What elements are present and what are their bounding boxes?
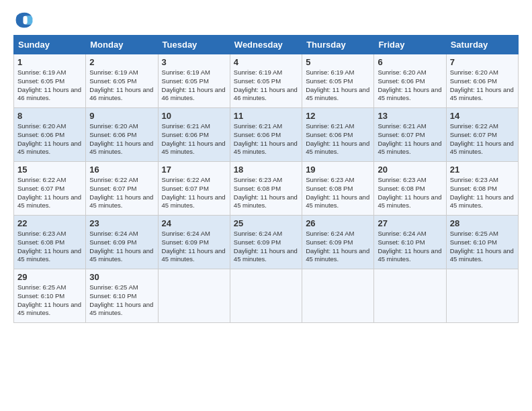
- day-info: Sunrise: 6:24 AMSunset: 6:09 PMDaylight:…: [306, 230, 370, 264]
- calendar-cell: 16Sunrise: 6:22 AMSunset: 6:07 PMDayligh…: [86, 162, 158, 216]
- day-info: Sunrise: 6:19 AMSunset: 6:05 PMDaylight:…: [89, 68, 154, 103]
- day-number: 29: [17, 272, 82, 282]
- day-info: Sunrise: 6:22 AMSunset: 6:07 PMDaylight:…: [450, 122, 515, 156]
- day-number: 24: [162, 218, 226, 228]
- day-info: Sunrise: 6:22 AMSunset: 6:07 PMDaylight:…: [17, 176, 82, 210]
- calendar-cell: 11Sunrise: 6:21 AMSunset: 6:06 PMDayligh…: [230, 108, 302, 162]
- day-info: Sunrise: 6:23 AMSunset: 6:08 PMDaylight:…: [450, 176, 515, 210]
- calendar-cell: 19Sunrise: 6:23 AMSunset: 6:08 PMDayligh…: [302, 162, 374, 216]
- day-info: Sunrise: 6:20 AMSunset: 6:06 PMDaylight:…: [89, 122, 154, 156]
- day-number: 25: [234, 218, 298, 228]
- day-number: 5: [306, 57, 370, 67]
- calendar-cell: 18Sunrise: 6:23 AMSunset: 6:08 PMDayligh…: [230, 162, 302, 216]
- calendar-header-row: SundayMondayTuesdayWednesdayThursdayFrid…: [14, 36, 519, 54]
- day-info: Sunrise: 6:21 AMSunset: 6:06 PMDaylight:…: [306, 122, 370, 156]
- day-number: 18: [234, 165, 298, 175]
- day-info: Sunrise: 6:24 AMSunset: 6:09 PMDaylight:…: [234, 230, 298, 264]
- day-number: 6: [378, 57, 442, 67]
- week-row-4: 22Sunrise: 6:23 AMSunset: 6:08 PMDayligh…: [14, 216, 519, 269]
- calendar-cell: 29Sunrise: 6:25 AMSunset: 6:10 PMDayligh…: [14, 269, 86, 323]
- header-tuesday: Tuesday: [158, 36, 230, 54]
- calendar-cell: 10Sunrise: 6:21 AMSunset: 6:06 PMDayligh…: [158, 108, 230, 162]
- day-number: 4: [234, 57, 298, 67]
- day-info: Sunrise: 6:19 AMSunset: 6:05 PMDaylight:…: [162, 68, 226, 103]
- calendar-cell: 5Sunrise: 6:19 AMSunset: 6:05 PMDaylight…: [302, 54, 374, 108]
- week-row-3: 15Sunrise: 6:22 AMSunset: 6:07 PMDayligh…: [14, 162, 519, 216]
- day-number: 8: [17, 111, 82, 121]
- day-number: 11: [234, 111, 298, 121]
- calendar-cell: 24Sunrise: 6:24 AMSunset: 6:09 PMDayligh…: [158, 216, 230, 269]
- calendar-cell: 13Sunrise: 6:21 AMSunset: 6:07 PMDayligh…: [374, 108, 446, 162]
- day-info: Sunrise: 6:21 AMSunset: 6:06 PMDaylight:…: [234, 122, 298, 156]
- day-info: Sunrise: 6:25 AMSunset: 6:10 PMDaylight:…: [450, 230, 515, 264]
- day-number: 13: [378, 111, 442, 121]
- header: [13, 11, 519, 30]
- day-info: Sunrise: 6:23 AMSunset: 6:08 PMDaylight:…: [234, 176, 298, 210]
- calendar-cell: 17Sunrise: 6:22 AMSunset: 6:07 PMDayligh…: [158, 162, 230, 216]
- header-thursday: Thursday: [302, 36, 374, 54]
- calendar-cell: [374, 269, 446, 323]
- calendar-cell: 30Sunrise: 6:25 AMSunset: 6:10 PMDayligh…: [86, 269, 158, 323]
- day-info: Sunrise: 6:22 AMSunset: 6:07 PMDaylight:…: [162, 176, 226, 210]
- week-row-5: 29Sunrise: 6:25 AMSunset: 6:10 PMDayligh…: [14, 269, 519, 323]
- calendar-cell: 20Sunrise: 6:23 AMSunset: 6:08 PMDayligh…: [374, 162, 446, 216]
- day-number: 12: [306, 111, 370, 121]
- day-info: Sunrise: 6:25 AMSunset: 6:10 PMDaylight:…: [89, 283, 154, 318]
- calendar-cell: 12Sunrise: 6:21 AMSunset: 6:06 PMDayligh…: [302, 108, 374, 162]
- calendar-cell: 9Sunrise: 6:20 AMSunset: 6:06 PMDaylight…: [86, 108, 158, 162]
- calendar-cell: 6Sunrise: 6:20 AMSunset: 6:06 PMDaylight…: [374, 54, 446, 108]
- calendar-cell: 23Sunrise: 6:24 AMSunset: 6:09 PMDayligh…: [86, 216, 158, 269]
- day-number: 23: [89, 218, 154, 228]
- logo-icon: [13, 11, 35, 30]
- calendar-cell: [446, 269, 518, 323]
- day-info: Sunrise: 6:21 AMSunset: 6:07 PMDaylight:…: [378, 122, 442, 156]
- day-info: Sunrise: 6:24 AMSunset: 6:09 PMDaylight:…: [162, 230, 226, 264]
- day-number: 14: [450, 111, 515, 121]
- day-number: 27: [378, 218, 442, 228]
- day-number: 26: [306, 218, 370, 228]
- day-number: 30: [89, 272, 154, 282]
- header-wednesday: Wednesday: [230, 36, 302, 54]
- day-info: Sunrise: 6:19 AMSunset: 6:05 PMDaylight:…: [234, 68, 298, 103]
- header-saturday: Saturday: [446, 36, 518, 54]
- calendar-cell: 26Sunrise: 6:24 AMSunset: 6:09 PMDayligh…: [302, 216, 374, 269]
- day-number: 22: [17, 218, 82, 228]
- calendar-cell: [158, 269, 230, 323]
- day-number: 16: [89, 165, 154, 175]
- day-number: 19: [306, 165, 370, 175]
- logo: [13, 11, 38, 30]
- day-info: Sunrise: 6:23 AMSunset: 6:08 PMDaylight:…: [306, 176, 370, 210]
- calendar-cell: 4Sunrise: 6:19 AMSunset: 6:05 PMDaylight…: [230, 54, 302, 108]
- header-sunday: Sunday: [14, 36, 86, 54]
- day-number: 2: [89, 57, 154, 67]
- calendar-cell: 8Sunrise: 6:20 AMSunset: 6:06 PMDaylight…: [14, 108, 86, 162]
- calendar-cell: 15Sunrise: 6:22 AMSunset: 6:07 PMDayligh…: [14, 162, 86, 216]
- calendar-cell: 22Sunrise: 6:23 AMSunset: 6:08 PMDayligh…: [14, 216, 86, 269]
- day-info: Sunrise: 6:24 AMSunset: 6:10 PMDaylight:…: [378, 230, 442, 264]
- day-info: Sunrise: 6:19 AMSunset: 6:05 PMDaylight:…: [306, 68, 370, 103]
- day-info: Sunrise: 6:21 AMSunset: 6:06 PMDaylight:…: [162, 122, 226, 156]
- day-info: Sunrise: 6:20 AMSunset: 6:06 PMDaylight:…: [450, 68, 515, 103]
- day-info: Sunrise: 6:23 AMSunset: 6:08 PMDaylight:…: [378, 176, 442, 210]
- header-friday: Friday: [374, 36, 446, 54]
- week-row-1: 1Sunrise: 6:19 AMSunset: 6:05 PMDaylight…: [14, 54, 519, 108]
- calendar-cell: 28Sunrise: 6:25 AMSunset: 6:10 PMDayligh…: [446, 216, 518, 269]
- day-number: 1: [17, 57, 82, 67]
- calendar-cell: 2Sunrise: 6:19 AMSunset: 6:05 PMDaylight…: [86, 54, 158, 108]
- day-number: 7: [450, 57, 515, 67]
- header-monday: Monday: [86, 36, 158, 54]
- day-info: Sunrise: 6:22 AMSunset: 6:07 PMDaylight:…: [89, 176, 154, 210]
- day-number: 10: [162, 111, 226, 121]
- calendar-table: SundayMondayTuesdayWednesdayThursdayFrid…: [13, 35, 519, 323]
- calendar-cell: 1Sunrise: 6:19 AMSunset: 6:05 PMDaylight…: [14, 54, 86, 108]
- day-number: 15: [17, 165, 82, 175]
- day-number: 3: [162, 57, 226, 67]
- day-info: Sunrise: 6:20 AMSunset: 6:06 PMDaylight:…: [17, 122, 82, 156]
- day-info: Sunrise: 6:25 AMSunset: 6:10 PMDaylight:…: [17, 283, 82, 318]
- calendar-cell: [302, 269, 374, 323]
- week-row-2: 8Sunrise: 6:20 AMSunset: 6:06 PMDaylight…: [14, 108, 519, 162]
- calendar-cell: 25Sunrise: 6:24 AMSunset: 6:09 PMDayligh…: [230, 216, 302, 269]
- day-number: 28: [450, 218, 515, 228]
- day-info: Sunrise: 6:24 AMSunset: 6:09 PMDaylight:…: [89, 230, 154, 264]
- day-info: Sunrise: 6:23 AMSunset: 6:08 PMDaylight:…: [17, 230, 82, 264]
